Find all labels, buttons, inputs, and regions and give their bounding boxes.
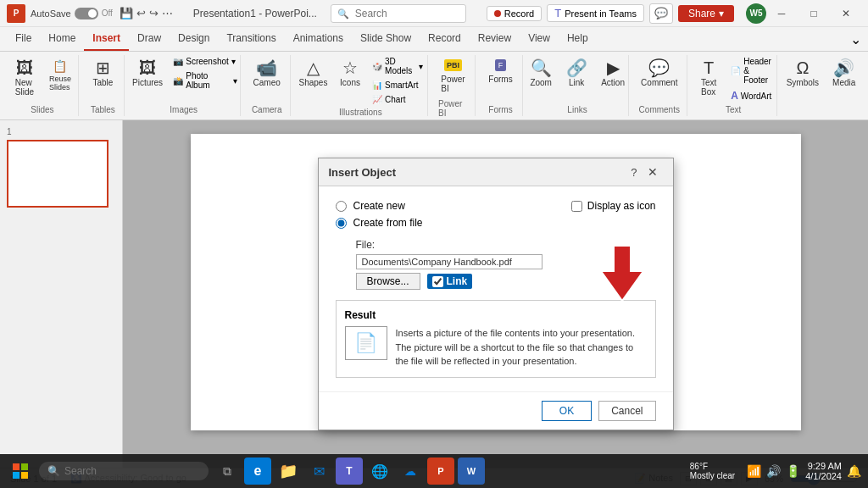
group-images: 🖼 Pictures 📷 Screenshot ▾ 📸 Photo Album … [128, 55, 241, 116]
new-slide-button[interactable]: 🖼 NewSlide [8, 55, 42, 101]
shapes-icon: △ [307, 59, 320, 76]
present-in-teams-button[interactable]: T Present in Teams [547, 4, 644, 22]
dialog-help-button[interactable]: ? [631, 166, 637, 179]
link-button[interactable]: 🔗 Link [559, 55, 593, 92]
tab-view[interactable]: View [520, 27, 559, 51]
tab-home[interactable]: Home [40, 27, 84, 51]
edge-icon[interactable]: e [244, 458, 271, 485]
autosave-state: Off [102, 8, 113, 18]
onedrive-icon[interactable]: ☁ [397, 458, 424, 485]
group-links-label: Links [567, 105, 587, 116]
slide-number: 1 [7, 127, 115, 136]
display-as-icon-checkbox[interactable] [571, 201, 582, 212]
taskbar-search[interactable] [39, 462, 209, 480]
ok-button[interactable]: OK [542, 401, 592, 421]
chart-button[interactable]: 📈 Chart [369, 93, 426, 106]
3d-chevron: ▾ [419, 62, 423, 71]
powerpoint-taskbar-icon[interactable]: P [427, 458, 454, 485]
table-icon: ⊞ [96, 59, 110, 76]
powerbi-button[interactable]: PBI PowerBI [435, 55, 470, 97]
cameo-icon: 📹 [256, 59, 277, 76]
pictures-button[interactable]: 🖼 Pictures [127, 55, 168, 92]
icons-button[interactable]: ☆ Icons [333, 55, 367, 92]
weather-widget[interactable]: 86°F Mostly clear [690, 462, 735, 480]
table-button[interactable]: ⊞ Table [86, 55, 120, 92]
tab-record[interactable]: Record [420, 27, 470, 51]
chrome-icon[interactable]: 🌐 [366, 458, 393, 485]
textbox-button[interactable]: T TextBox [692, 55, 726, 101]
result-section: Result 📄 Inserts a picture of the file c… [336, 300, 656, 378]
word-taskbar-icon[interactable]: W [458, 458, 485, 485]
taskview-button[interactable]: ⧉ [214, 458, 241, 485]
group-forms-label: Forms [488, 105, 512, 116]
screenshot-button[interactable]: 📷 Screenshot ▾ [170, 55, 240, 68]
create-new-radio[interactable] [336, 201, 347, 212]
tab-transitions[interactable]: Transitions [218, 27, 284, 51]
maximize-button[interactable]: □ [798, 2, 829, 25]
create-from-file-label[interactable]: Create from file [353, 217, 423, 229]
group-powerbi: PBI PowerBI Power BI [431, 55, 476, 116]
zoom-button[interactable]: 🔍 Zoom [524, 55, 558, 92]
start-button[interactable] [7, 458, 34, 485]
photo-album-button[interactable]: 📸 Photo Album ▾ [170, 69, 240, 92]
create-new-label[interactable]: Create new [353, 200, 405, 212]
dialog-close-button[interactable]: ✕ [643, 164, 663, 180]
ribbon-expand-icon[interactable]: ⌄ [850, 31, 861, 47]
present-dropdown-icon[interactable]: ⋯ [162, 7, 173, 19]
forms-label: Forms [488, 75, 512, 84]
tab-slideshow[interactable]: Slide Show [352, 27, 420, 51]
main-area: 1 Insert Object ? ✕ [0, 120, 868, 468]
header-footer-button[interactable]: 📄 Header& Footer [727, 55, 775, 86]
reuse-slides-button[interactable]: 📋 ReuseSlides [43, 55, 77, 96]
svg-rect-1 [13, 463, 19, 470]
search-input[interactable] [331, 4, 466, 23]
shapes-button[interactable]: △ Shapes [295, 55, 331, 92]
teams-taskbar-icon[interactable]: T [336, 458, 363, 485]
undo-redo-group: 💾 ↩ ↪ ⋯ [120, 7, 173, 19]
close-button[interactable]: ✕ [831, 2, 861, 25]
create-from-file-radio[interactable] [336, 218, 347, 229]
smartart-button[interactable]: 📊 SmartArt [369, 79, 426, 92]
dialog-body: Display as icon Create new Create from f… [319, 186, 673, 391]
notification-icon[interactable]: 🔔 [847, 464, 861, 478]
media-button[interactable]: 🔊 Media [826, 55, 861, 92]
cancel-button[interactable]: Cancel [598, 401, 655, 421]
comments-button[interactable]: 💬 [649, 3, 673, 24]
mail-icon[interactable]: ✉ [305, 458, 332, 485]
explorer-icon[interactable]: 📁 [275, 458, 302, 485]
link-label[interactable]: Link [447, 275, 468, 287]
tab-design[interactable]: Design [170, 27, 218, 51]
tab-draw[interactable]: Draw [129, 27, 170, 51]
link-checkbox-container[interactable]: Link [427, 274, 473, 289]
comment-button[interactable]: 💬 Comment [635, 55, 683, 92]
redo-icon[interactable]: ↪ [149, 7, 159, 19]
tab-file[interactable]: File [7, 27, 40, 51]
symbols-button[interactable]: Ω Symbols [781, 55, 825, 92]
display-as-icon-label[interactable]: Display as icon [587, 200, 656, 212]
time: 9:29 AM [805, 461, 842, 471]
autosave-toggle[interactable]: AutoSave Off [31, 8, 113, 19]
link-checkbox[interactable] [432, 276, 443, 287]
3d-models-button[interactable]: 🎲 3D Models ▾ [369, 55, 426, 77]
undo-icon[interactable]: ↩ [136, 7, 146, 19]
action-button[interactable]: ▶ Action [595, 55, 631, 92]
tab-animations[interactable]: Animations [285, 27, 352, 51]
tab-insert[interactable]: Insert [84, 27, 129, 51]
browse-button[interactable]: Browse... [356, 273, 420, 290]
tab-review[interactable]: Review [470, 27, 520, 51]
slide-thumbnail[interactable] [7, 140, 108, 208]
save-icon[interactable]: 💾 [120, 7, 133, 19]
user-avatar[interactable]: W5 [746, 3, 766, 24]
cameo-button[interactable]: 📹 Cameo [248, 55, 287, 92]
clock[interactable]: 9:29 AM 4/1/2024 [805, 461, 842, 481]
share-button[interactable]: Share ▾ [678, 5, 734, 22]
screenshot-chevron: ▾ [231, 57, 236, 66]
forms-button[interactable]: F Forms [482, 55, 518, 88]
tab-help[interactable]: Help [559, 27, 597, 51]
dialog-overlay: Insert Object ? ✕ Display as icon [123, 120, 868, 468]
minimize-button[interactable]: ─ [766, 2, 797, 25]
wordart-button[interactable]: A WordArt [727, 88, 775, 103]
autosave-switch[interactable] [75, 8, 98, 19]
record-button[interactable]: Record [487, 6, 542, 21]
file-path-input[interactable] [356, 254, 542, 269]
